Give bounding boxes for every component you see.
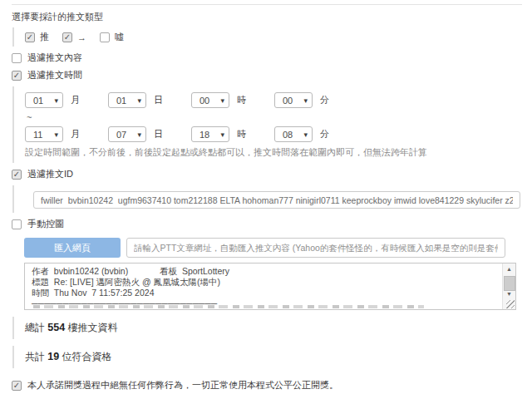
pledge-label: 本人承諾開獎過程中絕無任何作弊行為，一切正常使用本程式公平公正開獎。 xyxy=(27,379,338,392)
pledge-checkbox[interactable]: ✓ xyxy=(12,381,22,391)
filter-time-label: 過濾推文時間 xyxy=(27,69,82,81)
from-hour-select[interactable]: 00▾ xyxy=(191,92,229,108)
push-type-group: ✓ 推 ✓ → 噓 xyxy=(12,27,522,47)
chevron-down-icon: ▾ xyxy=(303,131,308,139)
time-range-group: 01▾ 月 01▾ 日 00▾ 時 00▾ 分 ~ 11▾ 月 07▾ xyxy=(12,86,522,163)
top-divider xyxy=(12,4,522,5)
from-hour-value: 00 xyxy=(200,96,209,106)
total-prefix: 總計 xyxy=(25,322,45,333)
boo-checkbox[interactable] xyxy=(100,32,110,42)
manual-label: 手動控圖 xyxy=(27,218,64,230)
filter-id-label: 過濾推文ID xyxy=(27,168,73,180)
lottery-tool-page: 選擇要採計的推文類型 ✓ 推 ✓ → 噓 過濾推文內容 ✓ 過濾推文時間 xyxy=(0,0,532,394)
push-type-option-push[interactable]: ✓ 推 xyxy=(25,31,49,43)
check-icon: ✓ xyxy=(27,32,33,41)
total-pushes-line: 總計 554 樓推文資料 xyxy=(25,321,522,335)
filter-content-checkbox[interactable] xyxy=(12,53,22,63)
id-filter-input[interactable] xyxy=(33,191,520,209)
chevron-down-icon: ▾ xyxy=(137,131,141,139)
push-type-option-boo[interactable]: 噓 xyxy=(100,31,124,43)
manual-row[interactable]: 手動控圖 xyxy=(12,218,522,230)
minute-unit-label: 分 xyxy=(320,94,329,106)
stats-section: 總計 554 樓推文資料 共計 19 位符合資格 xyxy=(12,317,522,368)
check-icon: ✓ xyxy=(13,170,20,178)
to-day-select[interactable]: 07▾ xyxy=(108,126,146,142)
minute-unit-label: 分 xyxy=(320,128,329,140)
total-pushes-group: 總計 554 樓推文資料 xyxy=(12,317,522,339)
push-type-option-arrow[interactable]: ✓ → xyxy=(62,32,86,42)
total-value: 554 xyxy=(47,322,65,333)
scroll-up-icon[interactable]: ▲ xyxy=(503,263,515,274)
from-minute-select[interactable]: 00▾ xyxy=(274,92,313,108)
hour-unit-label: 時 xyxy=(237,128,246,140)
month-unit-label: 月 xyxy=(71,94,80,106)
filter-content-row[interactable]: 過濾推文內容 xyxy=(12,52,522,64)
chevron-down-icon: ▾ xyxy=(54,131,58,139)
range-tilde: ~ xyxy=(27,112,522,122)
time-from-row: 01▾ 月 01▾ 日 00▾ 時 00▾ 分 xyxy=(25,92,522,108)
article-text: 作者 bvbin10242 (bvbin) 看板 SportLottery 標題… xyxy=(25,263,515,310)
from-day-select[interactable]: 01▾ xyxy=(108,92,146,108)
import-row: 匯入網頁 xyxy=(24,238,522,258)
from-month-select[interactable]: 01▾ xyxy=(25,92,63,108)
arrow-checkbox[interactable]: ✓ xyxy=(62,32,72,42)
day-unit-label: 日 xyxy=(154,128,163,140)
month-unit-label: 月 xyxy=(71,128,80,140)
filter-time-checkbox[interactable]: ✓ xyxy=(12,71,22,81)
arrow-checkbox-label: → xyxy=(77,32,86,42)
pledge-row[interactable]: ✓ 本人承諾開獎過程中絕無任何作弊行為，一切正常使用本程式公平公正開獎。 xyxy=(12,379,522,392)
chevron-down-icon: ▾ xyxy=(137,96,141,105)
from-month-value: 01 xyxy=(33,96,43,106)
to-minute-value: 08 xyxy=(283,130,293,140)
resize-grip-icon[interactable] xyxy=(506,300,515,308)
chevron-down-icon: ▾ xyxy=(220,96,224,105)
id-filter-group xyxy=(12,185,522,213)
from-day-value: 01 xyxy=(116,96,126,106)
push-type-options: ✓ 推 ✓ → 噓 xyxy=(25,31,522,43)
clipped-text-line xyxy=(33,305,424,308)
push-checkbox[interactable]: ✓ xyxy=(25,32,35,42)
ptt-url-input[interactable] xyxy=(126,238,505,258)
total-suffix: 樓推文資料 xyxy=(68,322,118,333)
filter-content-label: 過濾推文內容 xyxy=(27,52,82,64)
chevron-down-icon: ▾ xyxy=(303,96,308,105)
to-hour-value: 18 xyxy=(200,130,209,140)
check-icon: ✓ xyxy=(13,71,20,79)
to-month-value: 11 xyxy=(33,130,42,140)
qualified-suffix: 位符合資格 xyxy=(62,351,112,362)
filter-time-row[interactable]: ✓ 過濾推文時間 xyxy=(12,69,522,81)
scroll-down-icon[interactable]: ▼ xyxy=(503,288,515,299)
import-webpage-button[interactable]: 匯入網頁 xyxy=(24,238,121,258)
to-day-value: 07 xyxy=(116,130,126,140)
manual-checkbox[interactable] xyxy=(12,219,22,229)
from-minute-value: 00 xyxy=(283,96,293,106)
qualified-value: 19 xyxy=(47,351,59,362)
day-unit-label: 日 xyxy=(154,94,163,106)
article-textarea[interactable]: 作者 bvbin10242 (bvbin) 看板 SportLottery 標題… xyxy=(24,263,516,310)
to-month-select[interactable]: 11▾ xyxy=(25,126,63,142)
check-icon: ✓ xyxy=(64,32,71,41)
qualified-prefix: 共計 xyxy=(25,351,45,362)
qualified-group: 共計 19 位符合資格 xyxy=(12,346,522,368)
hour-unit-label: 時 xyxy=(237,94,246,106)
qualified-line: 共計 19 位符合資格 xyxy=(25,350,522,364)
time-to-row: 11▾ 月 07▾ 日 18▾ 時 08▾ 分 xyxy=(25,126,522,142)
push-type-title: 選擇要採計的推文類型 xyxy=(12,11,522,23)
to-minute-select[interactable]: 08▾ xyxy=(274,126,313,142)
check-icon: ✓ xyxy=(13,381,20,389)
time-range-note: 設定時間範圍，不分前後，前後設定起點或終點都可以，推文時間落在範圍內即可，但無法… xyxy=(25,146,522,159)
to-hour-select[interactable]: 18▾ xyxy=(191,126,229,142)
chevron-down-icon: ▾ xyxy=(54,96,58,105)
boo-checkbox-label: 噓 xyxy=(115,31,124,43)
filter-id-row[interactable]: ✓ 過濾推文ID xyxy=(12,168,522,180)
chevron-down-icon: ▾ xyxy=(220,131,224,139)
push-checkbox-label: 推 xyxy=(40,31,49,43)
filter-id-checkbox[interactable]: ✓ xyxy=(12,170,22,180)
